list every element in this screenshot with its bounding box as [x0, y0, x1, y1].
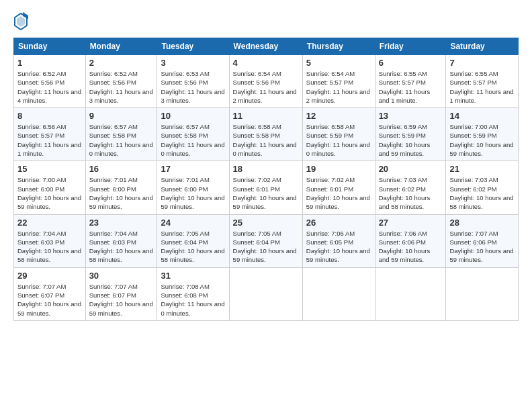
calendar-cell: 14Sunrise: 7:00 AMSunset: 5:59 PMDayligh…: [446, 108, 519, 161]
day-number: 5: [306, 58, 371, 68]
day-number: 24: [161, 218, 225, 228]
calendar-cell: 12Sunrise: 6:58 AMSunset: 5:59 PMDayligh…: [302, 108, 375, 161]
calendar-header-saturday: Saturday: [446, 38, 519, 55]
day-number: 8: [17, 111, 82, 121]
day-info: Sunrise: 6:58 AMSunset: 5:58 PMDaylight:…: [233, 122, 299, 158]
day-number: 17: [161, 164, 225, 174]
day-number: 9: [89, 111, 154, 121]
day-number: 30: [89, 271, 154, 281]
day-number: 15: [17, 164, 82, 174]
calendar-cell: 9Sunrise: 6:57 AMSunset: 5:58 PMDaylight…: [85, 108, 157, 161]
calendar-cell: 30Sunrise: 7:07 AMSunset: 6:07 PMDayligh…: [85, 267, 157, 320]
day-info: Sunrise: 6:52 AMSunset: 5:56 PMDaylight:…: [17, 69, 82, 105]
calendar-cell: 28Sunrise: 7:07 AMSunset: 6:06 PMDayligh…: [446, 214, 519, 267]
day-info: Sunrise: 6:55 AMSunset: 5:57 PMDaylight:…: [449, 69, 515, 105]
calendar-week-row: 15Sunrise: 7:00 AMSunset: 6:00 PMDayligh…: [14, 161, 519, 214]
calendar-cell: 13Sunrise: 6:59 AMSunset: 5:59 PMDayligh…: [375, 108, 446, 161]
day-number: 16: [89, 164, 154, 174]
calendar-cell: 3Sunrise: 6:53 AMSunset: 5:56 PMDaylight…: [157, 55, 229, 108]
logo: [13, 12, 31, 31]
calendar-cell: 7Sunrise: 6:55 AMSunset: 5:57 PMDaylight…: [446, 55, 519, 108]
day-info: Sunrise: 6:54 AMSunset: 5:56 PMDaylight:…: [233, 69, 299, 105]
day-info: Sunrise: 6:57 AMSunset: 5:58 PMDaylight:…: [89, 122, 154, 158]
calendar-header-monday: Monday: [85, 38, 157, 55]
calendar-week-row: 8Sunrise: 6:56 AMSunset: 5:57 PMDaylight…: [14, 108, 519, 161]
day-number: 10: [161, 111, 225, 121]
day-info: Sunrise: 7:07 AMSunset: 6:07 PMDaylight:…: [17, 282, 82, 318]
calendar-cell: 27Sunrise: 7:06 AMSunset: 6:06 PMDayligh…: [375, 214, 446, 267]
logo-icon: [13, 12, 28, 31]
day-info: Sunrise: 7:00 AMSunset: 6:00 PMDaylight:…: [17, 175, 82, 211]
day-info: Sunrise: 7:06 AMSunset: 6:05 PMDaylight:…: [306, 229, 371, 265]
day-info: Sunrise: 7:07 AMSunset: 6:07 PMDaylight:…: [89, 282, 154, 318]
calendar-cell: 10Sunrise: 6:57 AMSunset: 5:58 PMDayligh…: [157, 108, 229, 161]
calendar-cell: 23Sunrise: 7:04 AMSunset: 6:03 PMDayligh…: [85, 214, 157, 267]
calendar-cell: 1Sunrise: 6:52 AMSunset: 5:56 PMDaylight…: [14, 55, 86, 108]
day-number: 26: [306, 218, 371, 228]
day-number: 14: [449, 111, 515, 121]
header: [13, 12, 519, 31]
day-info: Sunrise: 7:04 AMSunset: 6:03 PMDaylight:…: [17, 229, 82, 265]
day-number: 29: [17, 271, 82, 281]
calendar-table: SundayMondayTuesdayWednesdayThursdayFrid…: [13, 38, 519, 321]
day-number: 7: [449, 58, 515, 68]
day-info: Sunrise: 6:52 AMSunset: 5:56 PMDaylight:…: [89, 69, 154, 105]
calendar-cell: 5Sunrise: 6:54 AMSunset: 5:57 PMDaylight…: [302, 55, 375, 108]
day-info: Sunrise: 7:08 AMSunset: 6:08 PMDaylight:…: [161, 282, 225, 318]
day-info: Sunrise: 6:54 AMSunset: 5:57 PMDaylight:…: [306, 69, 371, 105]
day-number: 21: [449, 164, 515, 174]
calendar-cell: 4Sunrise: 6:54 AMSunset: 5:56 PMDaylight…: [229, 55, 302, 108]
day-info: Sunrise: 7:01 AMSunset: 6:00 PMDaylight:…: [161, 175, 225, 211]
day-number: 13: [379, 111, 443, 121]
day-number: 18: [233, 164, 299, 174]
day-info: Sunrise: 6:57 AMSunset: 5:58 PMDaylight:…: [161, 122, 225, 158]
day-number: 20: [379, 164, 443, 174]
day-number: 31: [161, 271, 225, 281]
day-info: Sunrise: 6:59 AMSunset: 5:59 PMDaylight:…: [379, 122, 443, 158]
calendar-cell: 16Sunrise: 7:01 AMSunset: 6:00 PMDayligh…: [85, 161, 157, 214]
calendar-cell: 22Sunrise: 7:04 AMSunset: 6:03 PMDayligh…: [14, 214, 86, 267]
calendar-header-thursday: Thursday: [302, 38, 375, 55]
calendar-cell: 20Sunrise: 7:03 AMSunset: 6:02 PMDayligh…: [375, 161, 446, 214]
calendar-header-wednesday: Wednesday: [229, 38, 302, 55]
calendar-cell: 29Sunrise: 7:07 AMSunset: 6:07 PMDayligh…: [14, 267, 86, 320]
calendar-cell: [446, 267, 519, 320]
day-number: 2: [89, 58, 154, 68]
day-number: 12: [306, 111, 371, 121]
day-number: 23: [89, 218, 154, 228]
calendar-week-row: 29Sunrise: 7:07 AMSunset: 6:07 PMDayligh…: [14, 267, 519, 320]
calendar-cell: 21Sunrise: 7:03 AMSunset: 6:02 PMDayligh…: [446, 161, 519, 214]
calendar-cell: 11Sunrise: 6:58 AMSunset: 5:58 PMDayligh…: [229, 108, 302, 161]
calendar-cell: [302, 267, 375, 320]
day-number: 4: [233, 58, 299, 68]
calendar-header-sunday: Sunday: [14, 38, 86, 55]
day-number: 27: [379, 218, 443, 228]
day-number: 19: [306, 164, 371, 174]
day-number: 25: [233, 218, 299, 228]
day-info: Sunrise: 7:05 AMSunset: 6:04 PMDaylight:…: [233, 229, 299, 265]
calendar-cell: 26Sunrise: 7:06 AMSunset: 6:05 PMDayligh…: [302, 214, 375, 267]
day-info: Sunrise: 7:03 AMSunset: 6:02 PMDaylight:…: [449, 175, 515, 211]
day-number: 1: [17, 58, 82, 68]
day-number: 28: [449, 218, 515, 228]
day-info: Sunrise: 7:03 AMSunset: 6:02 PMDaylight:…: [379, 175, 443, 211]
day-info: Sunrise: 7:04 AMSunset: 6:03 PMDaylight:…: [89, 229, 154, 265]
calendar-cell: 18Sunrise: 7:02 AMSunset: 6:01 PMDayligh…: [229, 161, 302, 214]
calendar-header-row: SundayMondayTuesdayWednesdayThursdayFrid…: [14, 38, 519, 55]
day-number: 11: [233, 111, 299, 121]
calendar-cell: 24Sunrise: 7:05 AMSunset: 6:04 PMDayligh…: [157, 214, 229, 267]
svg-marker-3: [23, 12, 28, 19]
calendar-cell: 2Sunrise: 6:52 AMSunset: 5:56 PMDaylight…: [85, 55, 157, 108]
calendar-cell: 6Sunrise: 6:55 AMSunset: 5:57 PMDaylight…: [375, 55, 446, 108]
day-info: Sunrise: 7:02 AMSunset: 6:01 PMDaylight:…: [233, 175, 299, 211]
day-info: Sunrise: 7:01 AMSunset: 6:00 PMDaylight:…: [89, 175, 154, 211]
calendar-cell: 17Sunrise: 7:01 AMSunset: 6:00 PMDayligh…: [157, 161, 229, 214]
calendar-header-tuesday: Tuesday: [157, 38, 229, 55]
calendar-cell: 25Sunrise: 7:05 AMSunset: 6:04 PMDayligh…: [229, 214, 302, 267]
calendar-header-friday: Friday: [375, 38, 446, 55]
svg-marker-1: [17, 16, 25, 27]
calendar-cell: [229, 267, 302, 320]
day-info: Sunrise: 6:56 AMSunset: 5:57 PMDaylight:…: [17, 122, 82, 158]
calendar-cell: 15Sunrise: 7:00 AMSunset: 6:00 PMDayligh…: [14, 161, 86, 214]
day-number: 22: [17, 218, 82, 228]
